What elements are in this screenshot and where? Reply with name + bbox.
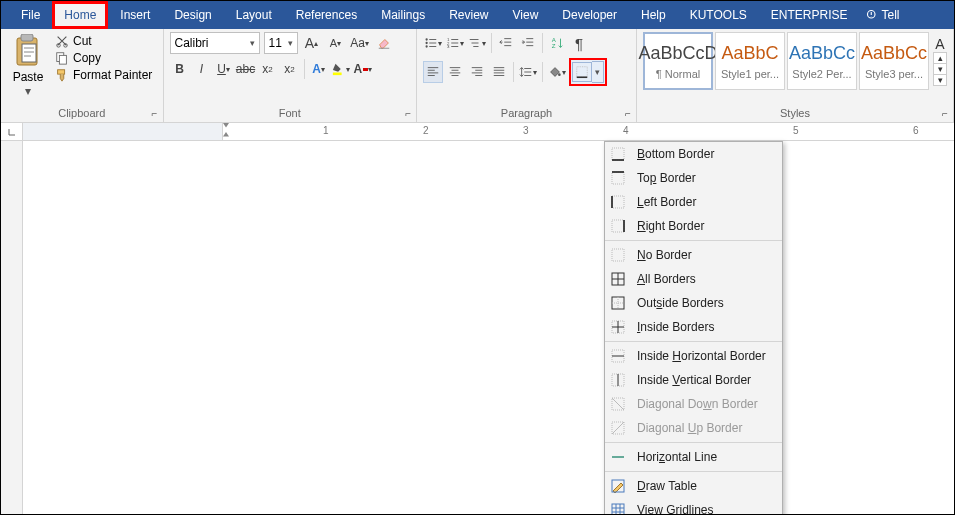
all-icon (609, 270, 627, 288)
tab-home[interactable]: Home (52, 1, 108, 29)
clipboard-dialog-launcher[interactable]: ⌐ (149, 108, 161, 120)
tab-help[interactable]: Help (629, 1, 678, 29)
font-dialog-launcher[interactable]: ⌐ (402, 108, 414, 120)
styles-gallery[interactable]: AaBbCcD¶ Normal AaBbCStyle1 per... AaBbC… (643, 32, 947, 90)
bucket-icon (548, 65, 562, 79)
group-clipboard: Paste ▾ Cut Copy Format Painter Clipboar… (1, 29, 164, 122)
tab-mailings[interactable]: Mailings (369, 1, 437, 29)
eraser-icon (377, 36, 391, 50)
svg-point-18 (558, 73, 561, 76)
svg-rect-7 (59, 55, 66, 64)
grid-icon (609, 501, 627, 515)
shrink-font-button[interactable]: A▾ (326, 32, 346, 54)
paste-label: Paste (13, 70, 44, 84)
line-spacing-button[interactable]: ▾ (518, 61, 538, 83)
tab-design[interactable]: Design (162, 1, 223, 29)
tell-me[interactable]: Tell (860, 1, 906, 29)
superscript-button[interactable]: x2 (280, 58, 300, 80)
menu-item-insideV[interactable]: Inside Vertical Border (605, 368, 782, 392)
menu-item-top[interactable]: Top Border (605, 166, 782, 190)
none-icon (609, 246, 627, 264)
shading-button[interactable]: ▾ (547, 61, 567, 83)
style-1[interactable]: AaBbCStyle1 per... (715, 32, 785, 90)
svg-rect-2 (21, 34, 33, 41)
tab-view[interactable]: View (501, 1, 551, 29)
sort-button[interactable]: AZ (547, 32, 567, 54)
menu-item-label: Diagonal Down Border (637, 397, 774, 411)
paragraph-dialog-launcher[interactable]: ⌐ (622, 108, 634, 120)
tab-insert[interactable]: Insert (108, 1, 162, 29)
increase-indent-button[interactable] (518, 32, 538, 54)
menu-item-none[interactable]: No Border (605, 243, 782, 267)
menu-item-label: Diagonal Up Border (637, 421, 774, 435)
subscript-button[interactable]: x2 (258, 58, 278, 80)
menu-item-all[interactable]: All Borders (605, 267, 782, 291)
numbering-button[interactable]: 123▾ (445, 32, 465, 54)
menu-item-left[interactable]: Left Border (605, 190, 782, 214)
change-case-button[interactable]: Aa▾ (350, 32, 370, 54)
menu-item-hline[interactable]: Horizontal Line (605, 445, 782, 469)
menu-item-right[interactable]: Right Border (605, 214, 782, 238)
menu-item-inside[interactable]: Inside Borders (605, 315, 782, 339)
borders-dropdown[interactable]: ▾ (592, 61, 604, 83)
align-center-button[interactable] (445, 61, 465, 83)
italic-button[interactable]: I (192, 58, 212, 80)
styles-dialog-launcher[interactable]: ⌐ (939, 108, 951, 120)
cut-button[interactable]: Cut (55, 34, 152, 48)
vertical-ruler[interactable] (1, 141, 23, 514)
format-painter-button[interactable]: Format Painter (55, 68, 152, 82)
decrease-indent-button[interactable] (496, 32, 516, 54)
font-name-combo[interactable]: Calibri▾ (170, 32, 260, 54)
menu-item-draw[interactable]: Draw Table (605, 474, 782, 498)
font-size-combo[interactable]: 11▾ (264, 32, 298, 54)
underline-button[interactable]: U▾ (214, 58, 234, 80)
strikethrough-button[interactable]: abc (236, 58, 256, 80)
style-normal[interactable]: AaBbCcD¶ Normal (643, 32, 713, 90)
menu-item-outside[interactable]: Outside Borders (605, 291, 782, 315)
document-area[interactable]: Bottom BorderTop BorderLeft BorderRight … (1, 141, 954, 514)
paste-button[interactable]: Paste ▾ (7, 32, 49, 98)
bold-button[interactable]: B (170, 58, 190, 80)
ruler-corner[interactable] (1, 123, 23, 140)
copy-button[interactable]: Copy (55, 51, 152, 65)
svg-rect-23 (612, 220, 624, 232)
font-color-button[interactable]: A▾ (353, 58, 373, 80)
styles-up[interactable]: ▴ (933, 52, 947, 64)
style-3[interactable]: AaBbCcStyle3 per... (859, 32, 929, 90)
align-left-button[interactable] (423, 61, 443, 83)
menu-item-grid[interactable]: View Gridlines (605, 498, 782, 515)
tab-review[interactable]: Review (437, 1, 500, 29)
text-effects-button[interactable]: A▾ (309, 58, 329, 80)
multilevel-list-button[interactable]: ▾ (467, 32, 487, 54)
menu-item-bottom[interactable]: Bottom Border (605, 142, 782, 166)
grow-font-button[interactable]: A▴ (302, 32, 322, 54)
justify-button[interactable] (489, 61, 509, 83)
clear-formatting-button[interactable] (374, 32, 394, 54)
menu-item-label: Horizontal Line (637, 450, 774, 464)
outside-icon (609, 294, 627, 312)
bullets-button[interactable]: ▾ (423, 32, 443, 54)
tab-references[interactable]: References (284, 1, 369, 29)
menu-item-insideH[interactable]: Inside Horizontal Border (605, 344, 782, 368)
tab-file[interactable]: File (9, 1, 52, 29)
insideV-icon (609, 371, 627, 389)
menu-item-label: Top Border (637, 171, 774, 185)
menu-item-diagUp: Diagonal Up Border (605, 416, 782, 440)
tab-developer[interactable]: Developer (550, 1, 629, 29)
highlight-button[interactable]: ▾ (331, 58, 351, 80)
styles-more[interactable]: ▾ (933, 75, 947, 86)
indent-marker-top[interactable] (223, 123, 229, 129)
tab-kutools[interactable]: KUTOOLS (678, 1, 759, 29)
show-marks-button[interactable]: ¶ (569, 32, 589, 54)
style-2[interactable]: AaBbCcStyle2 Per... (787, 32, 857, 90)
align-right-button[interactable] (467, 61, 487, 83)
indent-marker-bottom[interactable] (223, 132, 229, 138)
styles-down[interactable]: ▾ (933, 64, 947, 75)
borders-split-button[interactable]: ▾ (569, 58, 607, 86)
paste-dropdown[interactable]: ▾ (7, 84, 49, 98)
tab-layout[interactable]: Layout (224, 1, 284, 29)
tab-enterprise[interactable]: ENTERPRISE (759, 1, 860, 29)
svg-rect-19 (577, 67, 588, 78)
group-paragraph: ▾ 123▾ ▾ AZ ¶ ▾ ▾ (417, 29, 637, 122)
svg-text:Z: Z (552, 42, 556, 49)
